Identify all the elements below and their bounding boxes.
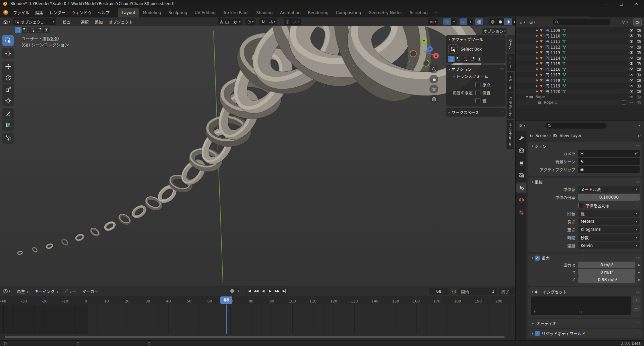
sidebar-tab-FLIP Fluids[interactable]: FLIP Fluids <box>507 93 514 119</box>
current-frame-field[interactable]: 68 <box>428 288 449 295</box>
outliner-search[interactable] <box>553 19 610 25</box>
properties-editor-selector[interactable]: ▾ <box>517 122 527 129</box>
prev-keyframe-button[interactable]: ◀◀ <box>252 287 259 294</box>
disable-render-icon[interactable] <box>637 33 641 38</box>
hide-eye-icon[interactable] <box>629 67 634 71</box>
properties-tab-world[interactable] <box>516 195 526 205</box>
animate-dot[interactable] <box>638 264 640 266</box>
disable-render-icon[interactable] <box>637 28 641 32</box>
outliner-row-円.1116[interactable]: ▶ 円.1116 <box>516 66 644 72</box>
sidebar-tab-ツール[interactable]: ツール <box>507 35 515 53</box>
hide-eye-icon[interactable] <box>629 89 634 93</box>
timeline-menu-キーイング[interactable]: キーイング ▾ <box>32 287 61 295</box>
workspace-tab-compositing[interactable]: Compositing <box>332 8 365 17</box>
field-カメラ[interactable] <box>578 150 640 157</box>
properties-tab-render[interactable] <box>516 145 526 155</box>
next-keyframe-button[interactable]: ▶▶ <box>274 287 281 294</box>
disable-render-icon[interactable] <box>637 50 641 55</box>
outliner-row-円.1113[interactable]: ▶ 円.1113 <box>516 50 644 55</box>
use-preview-range-icon[interactable] <box>452 289 456 294</box>
timeline-menu-マーカー[interactable]: マーカー <box>79 287 101 295</box>
object-name[interactable]: 円.1110 <box>545 33 560 39</box>
menu-レンダー[interactable]: レンダー <box>46 8 68 17</box>
timeline-tracks[interactable] <box>0 304 515 334</box>
snap-toggle[interactable] <box>259 18 267 25</box>
add-workspace-button[interactable]: + <box>431 8 441 17</box>
options-header[interactable]: ▾ オプション ∷∷ <box>448 66 504 72</box>
proportional-falloff-dropdown[interactable]: ▾ <box>291 18 301 25</box>
keying-panel-header[interactable]: ▾ キーイングセット ∷∷ <box>531 288 640 295</box>
tool-rotate-button[interactable] <box>2 72 14 83</box>
workspace-tab-texture-paint[interactable]: Texture Paint <box>219 8 252 17</box>
select-mode-extend-button[interactable] <box>455 56 462 62</box>
timeline-scrollbar[interactable] <box>5 336 505 338</box>
gizmo-z-axis[interactable]: Z <box>427 46 433 52</box>
expand-icon[interactable]: ▶ <box>535 51 539 54</box>
breadcrumb-scene[interactable]: Scene <box>535 133 548 138</box>
outliner-row-円.1120[interactable]: ▶ 円.1120 <box>516 89 644 94</box>
transform-subheader[interactable]: ▾ トランスフォーム <box>448 73 504 79</box>
play-reverse-button[interactable]: ◀ <box>259 287 267 294</box>
mode-selector[interactable]: オブジェク... ▾ <box>13 18 56 25</box>
object-name[interactable]: 円.1115 <box>545 61 560 66</box>
field-アクティブクリップ[interactable] <box>578 166 640 173</box>
app-menu-icon[interactable] <box>3 9 9 15</box>
menu-編集[interactable]: 編集 <box>32 8 46 17</box>
viewport-options-button[interactable]: オプション▾ <box>482 27 507 34</box>
visibility-dropdown[interactable]: ▾ <box>428 18 438 25</box>
disable-render-icon[interactable] <box>637 56 641 60</box>
gravity-panel-header[interactable]: ▾ ✓ 重力 ∷∷ <box>531 255 640 261</box>
outliner-row-円.1110[interactable]: ▶ 円.1110 <box>516 33 644 39</box>
timeline-menu-再生[interactable]: 再生 ▾ <box>14 287 32 295</box>
playhead[interactable]: 68 <box>220 296 232 304</box>
timeline-ruler[interactable]: -40-30-20-100102030405060708090100110120… <box>0 296 515 305</box>
disable-render-icon[interactable] <box>637 89 641 93</box>
hide-eye-icon[interactable] <box>629 56 634 60</box>
animate-dot[interactable] <box>638 272 640 273</box>
select-mode-set-button[interactable] <box>448 56 455 62</box>
start-frame-field[interactable]: 開始1 <box>458 288 497 295</box>
hidden-eye-icon[interactable] <box>629 100 634 105</box>
show-overlays-toggle[interactable] <box>460 18 467 25</box>
menu-ファイル[interactable]: ファイル <box>10 8 32 17</box>
select-mode-subtract-button[interactable] <box>29 27 36 33</box>
workspace-tab-animation[interactable]: Animation <box>276 8 304 17</box>
sidebar-tab-MakeHuman[interactable]: MakeHuman <box>507 120 514 150</box>
gravity-value-Y[interactable]: 0 m/s² <box>578 269 635 276</box>
rigid-body-world-panel[interactable]: ▾ ✓ リジッドボディワールド ∷∷ <box>528 329 642 338</box>
active-tool-header[interactable]: ▾ アクティブツール ∷∷ <box>448 37 504 42</box>
expand-icon[interactable]: ▶ <box>535 73 539 76</box>
expand-icon[interactable]: ▶ <box>535 90 539 93</box>
3d-viewport[interactable]: ユーザー・透視投影 (68) シーンコレクション オプション▾ ▾ アクティブツ… <box>0 26 515 286</box>
disable-render-icon[interactable] <box>637 45 641 49</box>
workspace-tab-geometry-nodes[interactable]: Geometry Nodes <box>365 8 406 17</box>
viewport-menu-選択[interactable]: 選択 <box>78 18 92 26</box>
properties-tab-view-layer[interactable] <box>516 170 526 180</box>
gizmo-x-axis[interactable]: X <box>433 53 439 59</box>
outliner-collection-rope[interactable]: ▼ Rope <box>516 94 644 100</box>
rigid-body-checkbox[interactable]: ✓ <box>535 331 540 336</box>
object-name[interactable]: 円.1118 <box>545 78 560 83</box>
viewport-menu-オブジェクト[interactable]: オブジェクト <box>106 18 136 26</box>
new-collection-button[interactable] <box>633 18 642 26</box>
tool-add-cube-button[interactable] <box>2 133 14 144</box>
outliner-collection-rope-1[interactable]: │ Rope 1 <box>516 100 644 106</box>
hide-eye-icon[interactable] <box>629 61 634 66</box>
editor-type-selector[interactable]: ▾ <box>1 18 12 25</box>
workspace-tab-shading[interactable]: Shading <box>253 8 277 17</box>
object-name[interactable]: 円.1113 <box>545 50 560 55</box>
hide-eye-icon[interactable] <box>629 84 634 88</box>
object-name[interactable]: 円.1114 <box>545 55 560 61</box>
disable-render-icon[interactable] <box>637 100 641 105</box>
remove-keying-set-button[interactable]: − <box>633 304 640 312</box>
shading-material-button[interactable] <box>504 18 512 25</box>
field-背景シーン[interactable] <box>578 158 640 165</box>
gizmo-dropdown[interactable]: ▾ <box>451 18 457 25</box>
dropdown-回転[interactable]: 度▾ <box>578 210 640 217</box>
hide-eye-icon[interactable] <box>629 50 634 55</box>
transform-orientation-dropdown[interactable]: ローカ ▾ <box>218 18 242 25</box>
jump-to-start-button[interactable]: |◀ <box>245 287 252 294</box>
select-mode-extend-button[interactable] <box>22 27 28 33</box>
timeline-menu-ビュー[interactable]: ビュー <box>61 287 79 295</box>
object-name[interactable]: 円.1109 <box>545 27 560 33</box>
